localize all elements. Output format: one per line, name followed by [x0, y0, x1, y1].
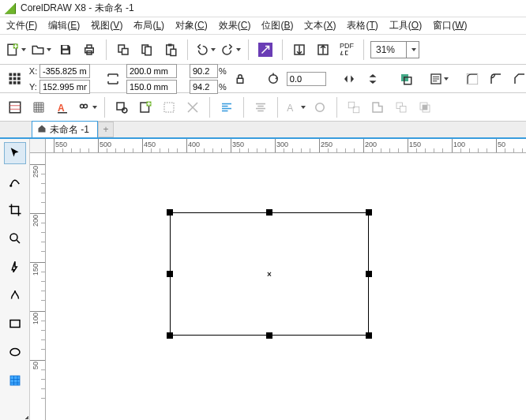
svg-rect-23 [9, 81, 13, 84]
menu-edit[interactable]: 编辑(E) [48, 19, 80, 32]
ellipse-tool[interactable] [4, 341, 26, 363]
publish-button[interactable] [313, 39, 333, 61]
menu-object[interactable]: 对象(C) [175, 19, 208, 32]
svg-rect-19 [17, 73, 21, 76]
document-tab[interactable]: 未命名 -1 [32, 121, 98, 137]
copy-button[interactable] [137, 39, 157, 61]
svg-point-50 [9, 185, 12, 187]
text-format-button[interactable]: A [52, 96, 73, 118]
cut-button[interactable] [113, 39, 133, 61]
paste-button[interactable] [160, 39, 181, 61]
ruler-corner[interactable] [30, 139, 46, 153]
pick-tool[interactable] [4, 142, 26, 164]
pdf-button[interactable]: PDF [336, 39, 357, 61]
svg-rect-12 [168, 43, 172, 46]
add-page-button[interactable] [135, 96, 156, 118]
object-position-icon [5, 68, 25, 90]
crop-tool[interactable] [4, 199, 26, 221]
new-button[interactable] [5, 39, 27, 61]
align-left-button[interactable] [216, 96, 237, 118]
svg-rect-20 [9, 77, 13, 80]
rectangle-tool[interactable] [4, 313, 26, 335]
svg-rect-24 [13, 81, 17, 84]
svg-rect-32 [9, 102, 21, 113]
svg-point-35 [84, 104, 88, 108]
menu-file[interactable]: 文件(F) [6, 19, 37, 32]
options-button[interactable] [111, 96, 132, 118]
document-tab-bar: 未命名 -1 + [0, 122, 526, 139]
corner-chamfer-button[interactable] [509, 68, 526, 90]
dynamic-guides-button[interactable] [182, 96, 203, 118]
open-button[interactable] [30, 39, 52, 61]
svg-rect-13 [171, 49, 176, 55]
selected-rectangle[interactable]: × [170, 212, 369, 336]
shape-tool[interactable] [4, 171, 26, 193]
menu-window[interactable]: 窗口(W) [433, 19, 467, 32]
save-button[interactable] [55, 39, 76, 61]
snap-button[interactable] [159, 96, 179, 118]
svg-rect-52 [10, 321, 20, 328]
weld-button[interactable] [367, 96, 388, 118]
selection-handle-tr[interactable] [366, 209, 372, 216]
scale-y-input[interactable] [190, 82, 217, 92]
artistic-media-tool[interactable] [4, 284, 26, 306]
mirror-h-button[interactable] [339, 68, 359, 90]
rotation-input[interactable] [287, 74, 325, 84]
x-position-input[interactable] [40, 66, 89, 76]
menu-table[interactable]: 表格(T) [347, 19, 378, 32]
zoom-dropdown-icon[interactable] [406, 42, 419, 58]
menu-layout[interactable]: 布局(L) [133, 19, 164, 32]
text-style-button[interactable]: A [284, 96, 306, 118]
print-button[interactable] [79, 39, 100, 61]
selection-handle-bl[interactable] [167, 332, 173, 339]
wrap-text-button[interactable] [429, 68, 449, 90]
grid-button[interactable] [28, 96, 49, 118]
zoom-tool[interactable] [4, 227, 26, 249]
selection-handle-br[interactable] [366, 332, 372, 339]
canvas[interactable]: × [46, 153, 526, 420]
guideline-button[interactable] [5, 96, 25, 118]
combine-button[interactable] [344, 96, 364, 118]
menu-view[interactable]: 视图(V) [91, 19, 122, 32]
document-tab-label: 未命名 -1 [50, 123, 89, 137]
scale-x-input[interactable] [190, 66, 217, 76]
freehand-tool[interactable] [4, 256, 26, 278]
selection-handle-mr[interactable] [366, 271, 372, 277]
order-front-button[interactable] [396, 68, 416, 90]
horizontal-ruler[interactable]: 55050045040035030025020015010050 [46, 139, 526, 153]
window-title: CorelDRAW X8 - 未命名 -1 [21, 2, 134, 15]
outline-style-button[interactable] [310, 96, 330, 118]
zoom-combo[interactable]: 31% [370, 41, 419, 58]
view-toggle-button[interactable] [76, 96, 98, 118]
selection-handle-bm[interactable] [266, 332, 272, 339]
menu-tools[interactable]: 工具(O) [389, 19, 422, 32]
corner-round-button[interactable] [462, 68, 483, 90]
menu-bitmap[interactable]: 位图(B) [261, 19, 293, 32]
svg-rect-8 [122, 48, 129, 54]
app-logo-icon [5, 3, 16, 14]
corner-scallop-button[interactable] [486, 68, 506, 90]
redo-button[interactable] [220, 39, 242, 61]
selection-handle-tl[interactable] [167, 209, 173, 216]
width-input[interactable] [127, 66, 176, 76]
menu-effect[interactable]: 效果(C) [219, 19, 251, 32]
height-input[interactable] [127, 82, 176, 92]
vertical-ruler[interactable]: 25020015010050 [30, 153, 46, 420]
selection-handle-tm[interactable] [266, 209, 272, 216]
intersect-button[interactable] [415, 96, 435, 118]
add-document-button[interactable]: + [98, 122, 114, 137]
y-position-input[interactable] [40, 82, 89, 92]
svg-rect-46 [400, 106, 407, 112]
svg-text:A: A [287, 102, 293, 113]
mirror-v-button[interactable] [363, 68, 383, 90]
export-button[interactable] [289, 39, 310, 61]
object-size-icon [103, 68, 123, 90]
menu-text[interactable]: 文本(X) [304, 19, 336, 32]
trim-button[interactable] [391, 96, 411, 118]
polygon-tool[interactable] [4, 369, 26, 392]
lock-ratio-button[interactable] [230, 68, 250, 90]
import-button[interactable] [255, 39, 276, 61]
selection-handle-ml[interactable] [167, 271, 173, 277]
align-center-button[interactable] [250, 96, 271, 118]
undo-button[interactable] [194, 39, 216, 61]
